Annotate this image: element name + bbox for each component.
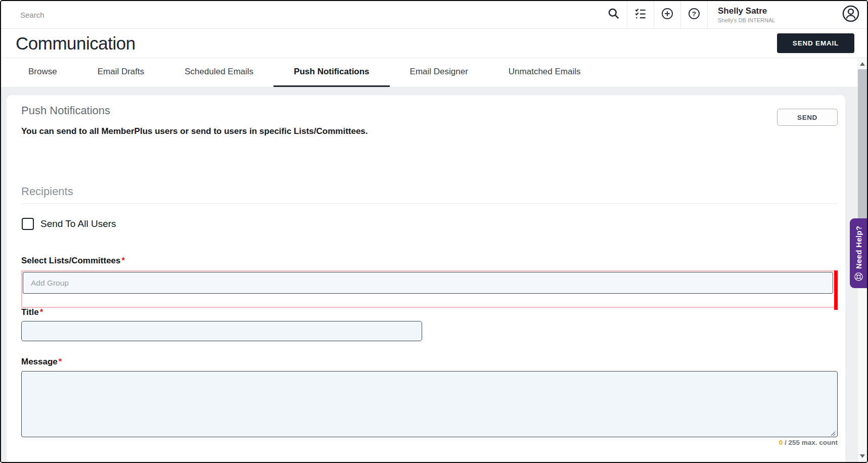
- recipients-divider: [21, 203, 838, 204]
- need-help-label: Need Help?: [854, 223, 863, 269]
- search-icon: [607, 7, 620, 22]
- user-menu[interactable]: Shelly Satre Shelly's DB INTERNAL: [707, 1, 835, 28]
- character-limit-text: / 255 max. count: [785, 439, 838, 446]
- user-name: Shelly Satre: [718, 6, 835, 16]
- tasks-button[interactable]: [627, 1, 654, 28]
- character-counter: 0 / 255 max. count: [21, 439, 838, 446]
- plus-circle-icon: [661, 7, 674, 22]
- send-to-all-users-row[interactable]: Send To All Users: [22, 218, 116, 230]
- topbar: ? Shelly Satre Shelly's DB INTERNAL: [1, 1, 867, 29]
- validation-error-bar: [834, 270, 838, 310]
- scrollbar-thumb[interactable]: [858, 69, 867, 219]
- panel-title: Push Notifications: [21, 104, 110, 117]
- send-to-all-users-label: Send To All Users: [40, 218, 116, 229]
- send-to-all-users-checkbox[interactable]: [22, 218, 34, 230]
- add-button[interactable]: [654, 1, 680, 28]
- app-window: ? Shelly Satre Shelly's DB INTERNAL Comm…: [0, 0, 868, 463]
- resize-handle-icon[interactable]: [830, 429, 836, 438]
- message-label: Message*: [21, 357, 62, 367]
- lists-committees-field-container: [21, 270, 838, 308]
- help-button[interactable]: ?: [680, 1, 707, 28]
- scroll-down-arrow-icon[interactable]: [860, 454, 865, 458]
- user-avatar-icon: [842, 5, 860, 25]
- required-asterisk: *: [40, 307, 43, 317]
- title-input[interactable]: [21, 321, 422, 341]
- send-email-button[interactable]: SEND EMAIL: [777, 33, 854, 53]
- tab-bar: Browse Email Drafts Scheduled Emails Pus…: [1, 58, 857, 87]
- page-title: Communication: [16, 33, 135, 54]
- tab-push-notifications[interactable]: Push Notifications: [273, 58, 389, 87]
- page-header: Communication SEND EMAIL: [1, 29, 867, 58]
- tab-email-designer[interactable]: Email Designer: [390, 58, 488, 87]
- search-button[interactable]: [600, 1, 627, 28]
- lists-committees-label: Select Lists/Committees*: [21, 256, 125, 266]
- send-push-button[interactable]: SEND: [777, 109, 838, 126]
- need-help-tab[interactable]: Need Help?: [850, 218, 867, 288]
- scroll-up-arrow-icon[interactable]: [860, 62, 865, 66]
- user-organization: Shelly's DB INTERNAL: [718, 17, 835, 23]
- question-circle-icon: ?: [688, 7, 701, 22]
- required-asterisk: *: [122, 256, 125, 265]
- life-ring-icon: [854, 272, 863, 284]
- tab-scheduled-emails[interactable]: Scheduled Emails: [164, 58, 273, 87]
- title-label: Title*: [21, 307, 43, 317]
- search-input[interactable]: [20, 1, 600, 28]
- push-notifications-panel: Push Notifications SEND You can send to …: [7, 95, 845, 463]
- recipients-heading: Recipients: [21, 185, 73, 198]
- message-textarea[interactable]: [21, 371, 838, 437]
- add-group-input[interactable]: [23, 272, 833, 294]
- character-count: 0: [779, 439, 783, 446]
- tab-browse[interactable]: Browse: [8, 58, 77, 87]
- tab-unmatched-emails[interactable]: Unmatched Emails: [488, 58, 601, 87]
- panel-description: You can send to all MemberPlus users or …: [21, 126, 368, 136]
- avatar-button[interactable]: [835, 1, 867, 28]
- content-area: Push Notifications SEND You can send to …: [1, 87, 867, 462]
- tab-email-drafts[interactable]: Email Drafts: [77, 58, 165, 87]
- required-asterisk: *: [59, 357, 62, 366]
- checklist-icon: [634, 7, 647, 22]
- svg-text:?: ?: [692, 10, 696, 18]
